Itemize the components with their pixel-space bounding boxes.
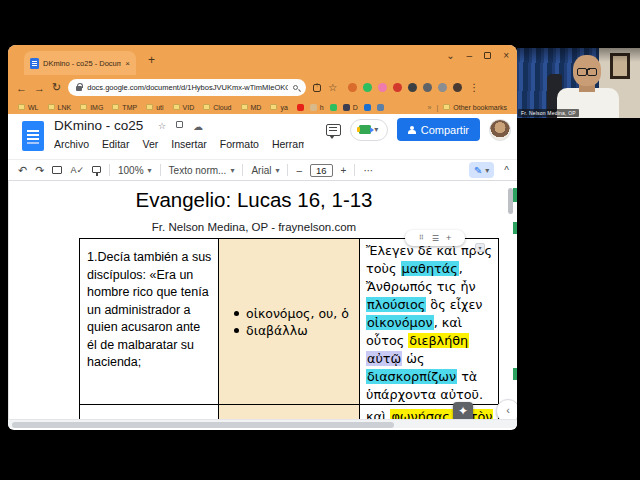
spanish-cell[interactable] xyxy=(80,405,219,420)
horizontal-scrollbar-track xyxy=(8,419,517,428)
table-grid-icon[interactable]: ⠿ xyxy=(419,234,425,242)
bookmark-md[interactable]: MD xyxy=(241,104,262,111)
bookmark-label: LNK xyxy=(58,104,72,111)
bookmark-icon-h[interactable]: h xyxy=(310,104,324,111)
horizontal-scrollbar[interactable] xyxy=(12,422,394,428)
table-controls-pill[interactable]: ⠿ ☰ + xyxy=(405,230,465,246)
star-document-icon[interactable]: ☆ xyxy=(158,121,166,132)
shield-icon[interactable] xyxy=(348,83,357,92)
font-size-decrease[interactable]: – xyxy=(296,165,302,176)
bookmark-ya[interactable]: ya xyxy=(270,104,287,111)
meet-button[interactable]: ▾ xyxy=(350,119,388,141)
paint-format-button[interactable] xyxy=(92,166,101,173)
greek-cell[interactable]: Ἔλεγεν δὲ καὶ πρὸς τοὺς μαθητάς, Ἄνθρωπό… xyxy=(360,239,499,405)
bookmarks-divider: | xyxy=(436,104,438,111)
folder-icon xyxy=(203,104,210,110)
spanish-cell[interactable]: 1.Decía también a sus discípulos: «Era u… xyxy=(80,239,219,405)
bookmark-wl[interactable]: WL xyxy=(18,104,39,111)
spell-check-button[interactable]: A✓ xyxy=(70,165,84,175)
tab-close-icon[interactable]: × xyxy=(125,59,130,68)
print-button[interactable] xyxy=(52,166,62,174)
paragraph-style-select[interactable]: Texto norm...▾ xyxy=(169,165,235,176)
meet-dropdown-icon[interactable]: ▾ xyxy=(374,125,378,134)
menu-ver[interactable]: Ver xyxy=(142,138,158,150)
close-window-button[interactable]: × xyxy=(503,50,509,61)
maximize-window-button[interactable] xyxy=(484,52,491,59)
menu-insertar[interactable]: Insertar xyxy=(171,138,207,150)
pink-badge-icon[interactable] xyxy=(378,83,387,92)
move-folder-icon[interactable] xyxy=(176,121,183,128)
tab-search-icon[interactable]: ⌄ xyxy=(446,50,454,61)
bookmark-vid[interactable]: VID xyxy=(173,104,195,111)
side-panel-icon[interactable] xyxy=(438,83,447,92)
slate-bookmark-icon[interactable] xyxy=(377,104,384,111)
undo-button[interactable]: ↶ xyxy=(18,164,27,177)
google-docs-icon[interactable] xyxy=(22,121,44,151)
bookmark-label: h xyxy=(320,104,324,111)
share-button[interactable]: Compartir xyxy=(397,118,480,141)
font-size-increase[interactable]: + xyxy=(341,165,347,176)
table-row: καὶ φωνήσας αὐτὸν εἶπεν xyxy=(80,405,499,420)
puzzle-icon[interactable] xyxy=(408,83,417,92)
bookmark-uti[interactable]: uti xyxy=(146,104,163,111)
new-tab-button[interactable]: + xyxy=(148,53,155,67)
font-select[interactable]: Arial▾ xyxy=(251,165,279,176)
red-circle-icon[interactable] xyxy=(393,83,402,92)
vocab-cell[interactable] xyxy=(219,405,360,420)
reload-button[interactable]: ↻ xyxy=(52,81,61,94)
bookmark-star-icon[interactable]: ☆ xyxy=(328,82,337,93)
youtube-bookmark-icon xyxy=(297,104,304,111)
forward-button[interactable]: → xyxy=(34,82,45,94)
document-page[interactable]: Evangelio: Lucas 16, 1-13 Fr. Nelson Med… xyxy=(8,181,517,419)
profile-avatar-icon[interactable] xyxy=(453,83,462,92)
bookmarks-overflow-icon[interactable]: » xyxy=(428,104,432,111)
evernote-icon[interactable] xyxy=(363,83,372,92)
browser-window: DKmino - co25 - Documentos d × + ⌄ – × ←… xyxy=(8,45,517,430)
share-page-icon[interactable] xyxy=(313,84,321,92)
chevron-down-icon: ▾ xyxy=(485,166,489,175)
gemini-sparkle-button[interactable]: ✦ xyxy=(453,402,473,419)
document-name[interactable]: DKmino - co25 xyxy=(54,118,143,133)
collapse-panel-button[interactable]: ‹ xyxy=(496,399,517,419)
bookmark-cloud[interactable]: Cloud xyxy=(203,104,231,111)
back-button[interactable]: ← xyxy=(16,82,27,94)
browser-tab[interactable]: DKmino - co25 - Documentos d × xyxy=(24,51,136,75)
table-options-icon[interactable]: ☰ xyxy=(432,234,439,243)
music-list-icon[interactable] xyxy=(423,83,432,92)
redo-button[interactable]: ↷ xyxy=(35,164,44,177)
other-bookmarks-button[interactable]: Other bookmarks xyxy=(443,104,507,111)
menu-editar[interactable]: Editar xyxy=(102,138,129,150)
greek-text: ὡς xyxy=(402,351,424,366)
toolbar-more-icon[interactable]: ⋯ xyxy=(363,165,373,176)
font-size-value[interactable]: 16 xyxy=(310,164,333,177)
content-table: 1.Decía también a sus discípulos: «Era u… xyxy=(79,238,499,419)
blue-bookmark-icon[interactable] xyxy=(364,104,371,111)
address-bar[interactable]: docs.google.com/document/d/1HybosJVUKmx-… xyxy=(68,79,306,96)
dark-bookmark-icon xyxy=(343,104,350,111)
minimize-window-button[interactable]: – xyxy=(467,50,473,61)
meet-camera-icon xyxy=(359,125,371,134)
editing-mode-button[interactable]: ✎ ▾ xyxy=(469,162,494,178)
zoom-page-icon[interactable] xyxy=(293,85,298,90)
highlighted-greek-text: διασκορπίζων xyxy=(366,369,457,384)
bookmark-tmp[interactable]: TMP xyxy=(112,104,137,111)
tab-title: DKmino - co25 - Documentos d xyxy=(43,59,121,68)
menu-formato[interactable]: Formato xyxy=(220,138,259,150)
menu-archivo[interactable]: Archivo xyxy=(54,138,89,150)
youtube-bookmark-icon[interactable] xyxy=(297,104,304,111)
dark-bookmark-icon[interactable]: D xyxy=(343,104,358,111)
cell-dropdown-icon[interactable]: ▾ xyxy=(475,243,485,252)
evernote-bookmark-icon[interactable] xyxy=(330,104,337,111)
browser-menu-icon[interactable]: ⋮ xyxy=(469,82,479,93)
bookmark-label: Cloud xyxy=(213,104,231,111)
zoom-select[interactable]: 100%▾ xyxy=(118,165,152,176)
greek-cell[interactable]: καὶ φωνήσας αὐτὸν εἶπεν xyxy=(360,405,499,420)
account-avatar[interactable] xyxy=(489,119,511,141)
table-add-icon[interactable]: + xyxy=(446,233,451,243)
vocab-cell[interactable]: οἰκονόμος, ου, ὁδιαβάλλω xyxy=(219,239,360,405)
bookmark-lnk[interactable]: LNK xyxy=(48,104,72,111)
comments-icon[interactable] xyxy=(326,124,341,136)
hide-menus-button[interactable]: ^ xyxy=(504,165,509,176)
bookmark-img[interactable]: IMG xyxy=(80,104,103,111)
menu-herramient[interactable]: Herramient xyxy=(272,138,304,150)
